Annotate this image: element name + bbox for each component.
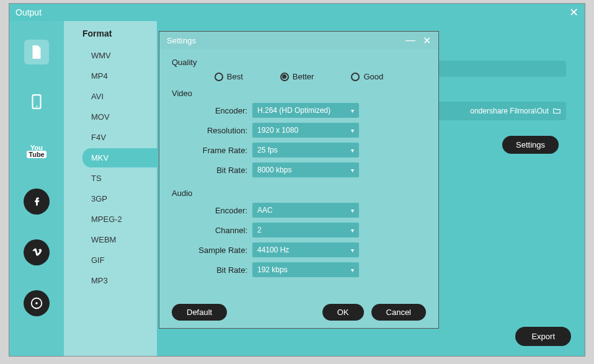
sidebar-item-youtube[interactable]: YouTube [24,139,49,164]
settings-modal: Settings — ✕ Quality Best Better Good Vi… [159,31,439,329]
quality-better-radio[interactable]: Better [280,72,314,81]
audio-bitrate-value: 192 kbps [257,265,288,274]
quality-good-radio[interactable]: Good [351,72,383,81]
format-item-mkv[interactable]: MKV [82,148,157,167]
audio-channel-row: Channel: 2▾ [172,223,426,237]
video-bitrate-select[interactable]: 8000 kbps▾ [252,162,359,177]
vimeo-icon [30,246,43,259]
quality-good-label: Good [363,72,383,81]
chevron-down-icon: ▾ [351,267,354,273]
video-framerate-select[interactable]: 25 fps▾ [252,143,359,158]
ok-button[interactable]: OK [322,304,364,321]
svg-point-3 [35,302,38,304]
video-framerate-row: Frame Rate: 25 fps▾ [172,143,426,158]
video-resolution-value: 1920 x 1080 [257,126,298,135]
title-bar: Output ✕ [9,4,585,21]
side-rail: YouTube [9,21,64,356]
format-item-wmv[interactable]: WMV [82,46,157,65]
format-title: Format [82,29,157,38]
chevron-down-icon: ▾ [351,167,354,174]
chevron-down-icon: ▾ [351,127,354,134]
sidebar-item-facebook[interactable] [24,189,50,215]
video-bitrate-label: Bit Rate: [172,166,252,175]
format-item-gif[interactable]: GIF [82,251,157,270]
format-item-f4v[interactable]: F4V [82,128,157,147]
modal-body: Quality Best Better Good Video Encoder: … [159,49,438,296]
video-encoder-select[interactable]: H.264 (HD Optimized)▾ [252,103,359,118]
modal-title: Settings [167,36,196,45]
audio-samplerate-row: Sample Rate: 44100 Hz▾ [172,242,426,257]
audio-samplerate-value: 44100 Hz [257,246,289,254]
youtube-icon: YouTube [27,144,46,158]
audio-bitrate-select[interactable]: 192 kbps▾ [252,262,359,277]
svg-point-1 [36,106,37,107]
audio-samplerate-select[interactable]: 44100 Hz▾ [252,242,359,257]
chevron-down-icon: ▾ [351,147,354,154]
chevron-down-icon: ▾ [351,207,354,214]
modal-title-bar: Settings — ✕ [159,32,438,49]
export-button[interactable]: Export [515,327,571,346]
radio-icon [351,73,360,81]
sidebar-item-device[interactable] [24,89,49,114]
audio-channel-select[interactable]: 2▾ [252,223,359,237]
chevron-down-icon: ▾ [351,227,354,234]
quality-better-label: Better [293,72,314,81]
file-icon [29,44,45,60]
save-path-text: ondershare Filmora\Out [470,107,549,115]
video-encoder-label: Encoder: [172,106,252,115]
format-list: WMV MP4 AVI MOV F4V MKV TS 3GP MPEG-2 WE… [82,46,157,290]
video-framerate-value: 25 fps [257,146,278,154]
facebook-icon [30,195,43,208]
device-icon [29,94,45,110]
chevron-down-icon: ▾ [351,107,354,114]
audio-encoder-select[interactable]: AAC▾ [252,203,359,218]
audio-channel-value: 2 [257,226,262,234]
audio-bitrate-label: Bit Rate: [172,265,252,275]
video-encoder-row: Encoder: H.264 (HD Optimized)▾ [172,103,426,118]
audio-channel-label: Channel: [172,226,252,235]
modal-footer: Default OK Cancel [159,296,438,328]
audio-encoder-value: AAC [257,206,273,215]
audio-samplerate-label: Sample Rate: [172,246,252,255]
video-encoder-value: H.264 (HD Optimized) [257,106,330,115]
quality-best-radio[interactable]: Best [215,72,243,81]
settings-button[interactable]: Settings [502,136,559,154]
cancel-button[interactable]: Cancel [371,304,426,321]
format-item-webm[interactable]: WEBM [82,230,157,249]
window-title: Output [16,7,42,17]
video-section-label: Video [172,89,426,98]
modal-close-icon[interactable]: ✕ [423,35,431,47]
sidebar-item-dvd[interactable] [24,290,50,316]
chevron-down-icon: ▾ [351,247,354,254]
video-bitrate-row: Bit Rate: 8000 kbps▾ [172,162,426,177]
video-resolution-row: Resolution: 1920 x 1080▾ [172,123,426,138]
audio-bitrate-row: Bit Rate: 192 kbps▾ [172,262,426,277]
quality-label: Quality [172,58,426,67]
format-pane: Format WMV MP4 AVI MOV F4V MKV TS 3GP MP… [64,21,157,356]
radio-icon [280,73,289,81]
sidebar-item-vimeo[interactable] [24,239,50,265]
minimize-icon[interactable]: — [406,35,415,46]
video-resolution-select[interactable]: 1920 x 1080▾ [252,123,359,138]
folder-icon[interactable] [552,107,561,115]
video-resolution-label: Resolution: [172,126,252,135]
close-icon[interactable]: ✕ [569,6,578,19]
modal-controls: — ✕ [406,35,431,47]
default-button[interactable]: Default [172,304,227,321]
video-framerate-label: Frame Rate: [172,146,252,155]
format-item-3gp[interactable]: 3GP [82,189,157,208]
format-item-mpeg2[interactable]: MPEG-2 [82,210,157,229]
quality-row: Best Better Good [172,72,426,81]
format-item-avi[interactable]: AVI [82,87,157,106]
video-bitrate-value: 8000 kbps [257,166,291,174]
audio-encoder-label: Encoder: [172,206,252,215]
audio-encoder-row: Encoder: AAC▾ [172,203,426,218]
format-item-mp3[interactable]: MP3 [82,271,157,290]
quality-best-label: Best [227,72,243,81]
format-item-mp4[interactable]: MP4 [82,66,157,86]
format-item-mov[interactable]: MOV [82,107,157,127]
audio-section-label: Audio [172,189,426,198]
format-item-ts[interactable]: TS [82,169,157,188]
dvd-icon [30,296,43,310]
sidebar-item-file[interactable] [24,40,49,64]
